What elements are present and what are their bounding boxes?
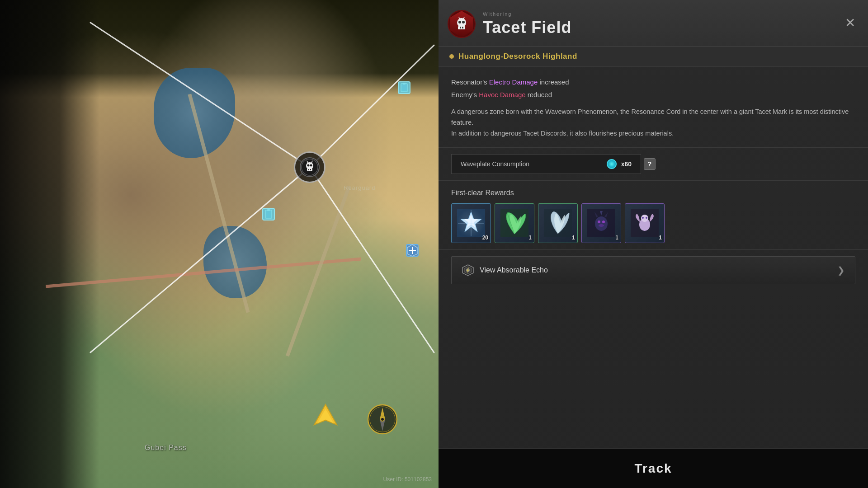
map-icon-1[interactable] — [398, 81, 410, 94]
reward-item-2: 1 — [495, 203, 534, 243]
svg-point-7 — [307, 164, 310, 167]
buff-line-1: Resonator's Electro Damage increased — [451, 77, 855, 88]
marker-ring — [294, 151, 326, 183]
panel-skull-icon — [453, 16, 470, 32]
panel-icon — [448, 10, 476, 38]
svg-point-5 — [306, 162, 313, 169]
svg-rect-9 — [308, 169, 309, 170]
svg-rect-29 — [458, 26, 465, 29]
nav-arrow-yellow[interactable] — [312, 402, 339, 429]
user-id: User ID: 501102853 — [383, 476, 432, 483]
panel-section: Withering Tacet Field ✕ Huanglong-Desoro… — [439, 0, 868, 488]
location-dot — [449, 54, 454, 59]
svg-rect-14 — [403, 83, 406, 84]
panel-header: Withering Tacet Field ✕ — [439, 0, 868, 47]
svg-rect-15 — [265, 210, 272, 218]
track-button-label: Track — [634, 461, 672, 476]
location-bar: Huanglong-Desorock Highland — [439, 47, 868, 67]
panel-title: Tacet Field — [483, 18, 571, 37]
tacet-skull-icon — [301, 159, 318, 176]
reward-item-3: 1 — [538, 203, 578, 243]
description-area: Resonator's Electro Damage increased Ene… — [439, 67, 868, 148]
reward-icon-2 — [500, 209, 528, 237]
reward-badge-5: 1 — [659, 235, 662, 241]
svg-point-31 — [462, 21, 465, 23]
echo-btn-label: View Absorable Echo — [480, 266, 837, 274]
svg-rect-16 — [267, 209, 270, 211]
reward-item-1: 20 — [451, 203, 491, 243]
svg-point-50 — [602, 221, 605, 223]
svg-point-8 — [310, 164, 312, 167]
buff-prefix-2: Enemy's — [451, 91, 479, 99]
waveplate-count: x60 — [621, 160, 632, 168]
rewards-grid: 20 1 — [451, 203, 855, 243]
reward-badge-3: 1 — [572, 235, 575, 241]
reward-badge-4: 1 — [615, 235, 618, 241]
svg-point-27 — [381, 418, 384, 421]
rewards-title: First-clear Rewards — [451, 189, 855, 197]
map-shadow — [0, 0, 99, 488]
waveplate-label: Waveplate Consumption — [461, 160, 602, 168]
view-echo-button[interactable]: View Absorable Echo ❯ — [451, 256, 855, 284]
echo-icon — [462, 264, 474, 277]
svg-point-51 — [599, 224, 604, 227]
buff-line-2: Enemy's Havoc Damage reduced — [451, 89, 855, 100]
map-icon-2[interactable] — [262, 208, 275, 221]
waveplate-icon — [607, 159, 617, 169]
reward-badge-2: 1 — [528, 235, 532, 241]
waveplate-help-button[interactable]: ? — [644, 158, 656, 170]
svg-point-56 — [646, 217, 647, 219]
reward-icon-5 — [631, 209, 659, 237]
svg-point-30 — [458, 21, 461, 23]
svg-point-55 — [642, 217, 644, 219]
echo-btn-arrow: ❯ — [837, 265, 845, 276]
svg-rect-32 — [460, 27, 461, 28]
reward-badge-1: 20 — [482, 235, 488, 241]
svg-rect-33 — [462, 27, 463, 28]
svg-rect-10 — [310, 169, 311, 170]
rewards-section: First-clear Rewards 2 — [439, 181, 868, 250]
track-button[interactable]: Track — [439, 448, 868, 488]
buff-suffix-1: increased — [538, 78, 569, 86]
reward-icon-4 — [587, 209, 615, 237]
waveplate-section: Waveplate Consumption x60 ? — [439, 148, 868, 181]
reward-item-4: 1 — [581, 203, 621, 243]
reward-icon-3 — [544, 209, 572, 237]
nav-compass[interactable] — [367, 404, 398, 435]
location-text: Huanglong-Desorock Highland — [458, 52, 577, 61]
description-text: A dangerous zone born with the Waveworn … — [451, 107, 855, 139]
center-marker[interactable] — [294, 151, 326, 183]
rearguard-label: Rearguard — [344, 184, 375, 191]
svg-rect-13 — [401, 84, 407, 92]
reward-item-5: 1 — [625, 203, 665, 243]
svg-rect-6 — [307, 169, 312, 171]
waveplate-box: Waveplate Consumption x60 — [451, 154, 641, 174]
map-section: Rearguard Gubei Pass User ID: 501102853 — [0, 0, 439, 488]
gubei-pass-label: Gubei Pass — [145, 444, 187, 452]
svg-point-45 — [595, 216, 608, 231]
havoc-text: Havoc Damage — [479, 91, 525, 99]
reward-icon-1 — [457, 209, 485, 237]
map-icon-3[interactable] — [406, 244, 419, 257]
close-button[interactable]: ✕ — [845, 17, 855, 29]
svg-point-49 — [598, 221, 600, 223]
buff-prefix-1: Resonator's — [451, 78, 489, 86]
marker-icon — [300, 157, 320, 177]
electro-text: Electro Damage — [489, 78, 538, 86]
buff-suffix-2: reduced — [526, 91, 552, 99]
panel-subtitle: Withering — [483, 11, 571, 17]
